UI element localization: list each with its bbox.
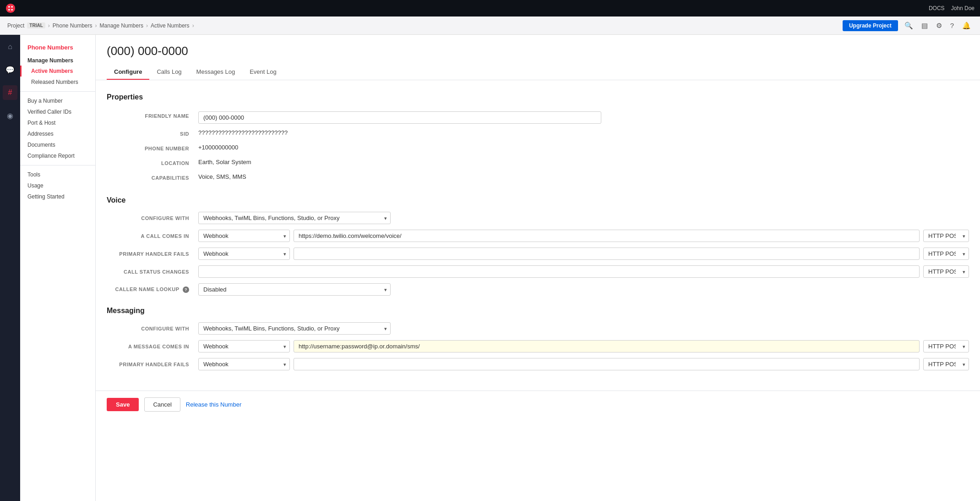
msg-primary-webhook-wrapper: Webhook — [198, 358, 290, 370]
call-webhook-select[interactable]: Webhook — [198, 230, 290, 242]
caller-name-wrapper: Disabled Enabled — [198, 283, 391, 296]
svg-point-1 — [8, 6, 10, 8]
tab-event-log[interactable]: Event Log — [242, 65, 284, 80]
msg-primary-method-select[interactable]: HTTP POST HTTP GET — [923, 358, 969, 370]
msg-comes-in-row: A MESSAGE COMES IN Webhook HTTP POST HTT… — [107, 340, 969, 352]
msg-primary-url-input[interactable] — [294, 358, 920, 370]
sep2: › — [95, 22, 97, 29]
console-icon[interactable]: ▤ — [920, 21, 930, 31]
msg-primary-handler-label: PRIMARY HANDLER FAILS — [107, 362, 198, 367]
msg-primary-handler-controls: Webhook HTTP POST HTTP GET — [198, 358, 969, 370]
cancel-button[interactable]: Cancel — [144, 397, 180, 412]
docs-link[interactable]: DOCS — [929, 5, 945, 11]
project-label: Project — [7, 22, 24, 29]
svg-point-2 — [11, 6, 13, 8]
msg-primary-method-wrapper: HTTP POST HTTP GET — [923, 358, 969, 370]
msg-comes-in-label: A MESSAGE COMES IN — [107, 344, 198, 349]
msg-configure-with-select[interactable]: Webhooks, TwiML Bins, Functions, Studio,… — [198, 322, 391, 335]
caller-name-help-icon[interactable]: ? — [183, 286, 189, 293]
settings-icon[interactable]: ⚙ — [934, 21, 944, 31]
msg-configure-with-label: CONFIGURE WITH — [107, 326, 198, 331]
nav-section-phone-numbers[interactable]: Phone Numbers — [20, 42, 95, 55]
call-url-input[interactable] — [294, 230, 920, 242]
status-url-input[interactable] — [198, 265, 920, 278]
caller-name-select[interactable]: Disabled Enabled — [198, 283, 391, 296]
sep3: › — [146, 22, 148, 29]
primary-handler-row: PRIMARY HANDLER FAILS Webhook HTTP POST … — [107, 248, 969, 260]
msg-method-select[interactable]: HTTP POST HTTP GET — [923, 340, 969, 352]
phone-number-row: PHONE NUMBER +10000000000 — [107, 141, 969, 156]
msg-comes-in-controls: Webhook HTTP POST HTTP GET — [198, 340, 969, 352]
sidebar-chat-icon[interactable]: 💬 — [3, 62, 17, 77]
nav-group-manage-numbers: Manage Numbers — [20, 55, 95, 66]
caller-name-controls: Disabled Enabled — [198, 283, 969, 296]
phone-number-value: +10000000000 — [198, 144, 969, 151]
msg-primary-webhook-select[interactable]: Webhook — [198, 358, 290, 370]
msg-method-wrapper: HTTP POST HTTP GET — [923, 340, 969, 352]
sidebar-home-icon[interactable]: ⌂ — [3, 39, 17, 54]
tab-messages-log[interactable]: Messages Log — [189, 65, 243, 80]
nav-link-documents[interactable]: Documents — [20, 139, 95, 150]
crumb-phone-numbers[interactable]: Phone Numbers — [53, 22, 93, 29]
breadcrumb-actions: Upgrade Project 🔍 ▤ ⚙ ? 🔔 — [843, 20, 973, 31]
crumb-manage-numbers[interactable]: Manage Numbers — [100, 22, 143, 29]
msg-webhook-wrapper: Webhook — [198, 340, 290, 352]
tab-bar: Configure Calls Log Messages Log Event L… — [107, 65, 969, 80]
status-changes-row: CALL STATUS CHANGES HTTP POST HTTP GET — [107, 265, 969, 278]
sidebar-circle-icon[interactable]: ◉ — [3, 108, 17, 123]
capabilities-label: CAPABILITIES — [107, 173, 198, 181]
msg-url-input[interactable] — [294, 340, 920, 352]
voice-configure-with-wrapper: Webhooks, TwiML Bins, Functions, Studio,… — [198, 212, 391, 224]
nav-link-addresses[interactable]: Addresses — [20, 128, 95, 139]
nav-link-buy-number[interactable]: Buy a Number — [20, 95, 95, 106]
nav-link-usage[interactable]: Usage — [20, 180, 95, 191]
crumb-active-numbers[interactable]: Active Numbers — [151, 22, 190, 29]
nav-link-getting-started[interactable]: Getting Started — [20, 191, 95, 202]
call-comes-in-row: A CALL COMES IN Webhook HTTP POST HTTP G… — [107, 230, 969, 242]
sidebar-item-active-numbers[interactable]: Active Numbers — [20, 66, 95, 77]
capabilities-row: CAPABILITIES Voice, SMS, MMS — [107, 171, 969, 185]
sidebar-hash-icon[interactable]: # — [3, 85, 17, 100]
friendly-name-input[interactable] — [198, 111, 601, 124]
voice-configure-with-row: CONFIGURE WITH Webhooks, TwiML Bins, Fun… — [107, 212, 969, 224]
nav-link-compliance[interactable]: Compliance Report — [20, 150, 95, 161]
primary-method-select[interactable]: HTTP POST HTTP GET — [923, 248, 969, 260]
status-method-wrapper: HTTP POST HTTP GET — [923, 265, 969, 278]
save-button[interactable]: Save — [107, 398, 139, 411]
main-layout: ⌂ 💬 # ◉ Phone Numbers Manage Numbers Act… — [0, 35, 980, 501]
primary-url-input[interactable] — [294, 248, 920, 260]
sid-row: SID ??????????????????????????? — [107, 127, 969, 141]
release-number-button[interactable]: Release this Number — [186, 401, 241, 408]
help-icon[interactable]: ? — [948, 21, 956, 30]
content-area: Properties FRIENDLY NAME SID ???????????… — [96, 80, 980, 391]
username-label[interactable]: John Doe — [951, 5, 975, 11]
status-method-select[interactable]: HTTP POST HTTP GET — [923, 265, 969, 278]
main-content: (000) 000-0000 Configure Calls Log Messa… — [96, 35, 980, 501]
msg-webhook-select[interactable]: Webhook — [198, 340, 290, 352]
nav-link-tools[interactable]: Tools — [20, 169, 95, 180]
tab-configure[interactable]: Configure — [107, 65, 149, 80]
friendly-name-value — [198, 111, 969, 124]
notifications-icon[interactable]: 🔔 — [960, 21, 973, 31]
tab-calls-log[interactable]: Calls Log — [149, 65, 189, 80]
footer-actions: Save Cancel Release this Number — [96, 391, 980, 418]
call-webhook-wrapper: Webhook — [198, 230, 290, 242]
primary-webhook-select[interactable]: Webhook — [198, 248, 290, 260]
msg-configure-with-wrapper: Webhooks, TwiML Bins, Functions, Studio,… — [198, 322, 391, 335]
breadcrumb: Project TRIAL › Phone Numbers › Manage N… — [7, 22, 194, 29]
voice-configure-with-select[interactable]: Webhooks, TwiML Bins, Functions, Studio,… — [198, 212, 391, 224]
upgrade-button[interactable]: Upgrade Project — [843, 20, 898, 31]
nav-link-port-host[interactable]: Port & Host — [20, 117, 95, 128]
page-title: (000) 000-0000 — [107, 44, 969, 58]
messaging-section: CONFIGURE WITH Webhooks, TwiML Bins, Fun… — [107, 322, 969, 370]
friendly-name-row: FRIENDLY NAME — [107, 109, 969, 127]
page-header: (000) 000-0000 Configure Calls Log Messa… — [96, 35, 980, 80]
nav-link-verified-caller[interactable]: Verified Caller IDs — [20, 106, 95, 117]
sidebar-item-released-numbers[interactable]: Released Numbers — [20, 77, 95, 88]
call-method-select[interactable]: HTTP POST HTTP GET — [923, 230, 969, 242]
icon-sidebar: ⌂ 💬 # ◉ — [0, 35, 20, 501]
location-row: LOCATION Earth, Solar System — [107, 156, 969, 171]
search-icon[interactable]: 🔍 — [903, 21, 915, 31]
trial-badge: TRIAL — [27, 22, 45, 28]
msg-primary-handler-row: PRIMARY HANDLER FAILS Webhook HTTP POST … — [107, 358, 969, 370]
